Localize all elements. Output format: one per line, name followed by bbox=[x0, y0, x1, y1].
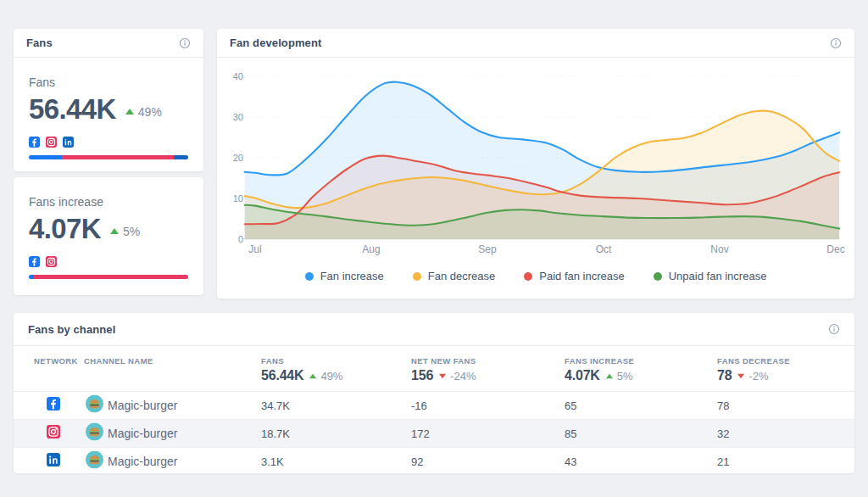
legend-label: Unpaid fan increase bbox=[669, 270, 767, 282]
y-tick-label: 0 bbox=[238, 234, 243, 244]
channel-avatar bbox=[86, 423, 103, 444]
channel-avatar bbox=[86, 451, 103, 472]
summary-net-new-fans: 156-24% bbox=[411, 368, 476, 383]
legend-item-fan-increase[interactable]: Fan increase bbox=[305, 270, 384, 282]
metric-value-row: 56.44K 49% bbox=[29, 92, 188, 126]
linkedin-icon bbox=[47, 453, 60, 470]
table-row-linkedin[interactable]: Magic-burger3.1K924321 bbox=[14, 447, 854, 473]
summary-fans: 56.44K49% bbox=[261, 368, 342, 383]
y-tick-label: 40 bbox=[233, 71, 243, 81]
summary-delta: -24% bbox=[450, 370, 476, 383]
arrow-down-icon bbox=[737, 373, 744, 378]
fans-by-channel-card: Fans by channel NETWORKCHANNEL NAMEFANSN… bbox=[14, 313, 854, 473]
column-header-channel-name[interactable]: CHANNEL NAME bbox=[84, 356, 153, 366]
bar-segment-instagram bbox=[34, 275, 188, 279]
info-icon[interactable] bbox=[179, 37, 191, 49]
column-header-net-new-fans[interactable]: NET NEW FANS bbox=[411, 356, 476, 366]
y-tick-label: 30 bbox=[233, 112, 243, 122]
x-tick-label: Dec bbox=[826, 243, 844, 255]
legend-dot-icon bbox=[413, 272, 421, 281]
table-body: Magic-burger34.7K-166578Magic-burger18.7… bbox=[14, 391, 854, 473]
fans-by-channel-header: Fans by channel bbox=[14, 313, 854, 346]
summary-delta: 5% bbox=[617, 370, 633, 383]
y-tick-label: 20 bbox=[233, 153, 243, 163]
cell-fans: 18.7K bbox=[261, 427, 290, 440]
cell-fans-increase: 85 bbox=[565, 427, 576, 440]
table-row-facebook[interactable]: Magic-burger34.7K-166578 bbox=[14, 391, 854, 419]
arrow-up-icon bbox=[125, 109, 134, 114]
instagram-icon[interactable] bbox=[46, 137, 57, 148]
arrow-up-icon bbox=[606, 373, 613, 378]
x-tick-label: Aug bbox=[362, 243, 380, 255]
cell-fans-decrease: 21 bbox=[717, 455, 729, 468]
cell-fans: 3.1K bbox=[261, 455, 284, 468]
info-icon[interactable] bbox=[828, 323, 840, 335]
metric-label: Fans increase bbox=[29, 194, 188, 210]
fan-development-card: Fan development 010203040JulAugSepOctNov… bbox=[217, 29, 854, 299]
fan-development-title: Fan development bbox=[230, 36, 321, 49]
table-header: NETWORKCHANNEL NAMEFANSNET NEW FANSFANS … bbox=[14, 346, 854, 391]
instagram-icon[interactable] bbox=[46, 256, 57, 267]
summary-value: 4.07K bbox=[565, 368, 600, 383]
facebook-icon[interactable] bbox=[29, 137, 40, 148]
info-icon[interactable] bbox=[830, 37, 842, 49]
y-tick-label: 10 bbox=[233, 193, 243, 204]
summary-value: 156 bbox=[411, 368, 433, 383]
column-header-fans[interactable]: FANS bbox=[261, 356, 284, 366]
fans-card-title: Fans bbox=[26, 36, 53, 49]
legend-label: Paid fan increase bbox=[539, 270, 624, 282]
metric-delta-pct: 49% bbox=[138, 105, 162, 119]
x-tick-label: Jul bbox=[248, 243, 261, 255]
channel-name: Magic-burger bbox=[108, 399, 177, 412]
channel-avatar bbox=[86, 395, 103, 416]
cell-fans-increase: 43 bbox=[565, 455, 576, 468]
facebook-icon bbox=[47, 397, 60, 414]
summary-value: 78 bbox=[717, 368, 732, 383]
bar-segment-linkedin bbox=[174, 155, 188, 159]
network-icons bbox=[29, 256, 188, 267]
legend-label: Fan increase bbox=[320, 270, 384, 282]
chart-legend: Fan increaseFan decreasePaid fan increas… bbox=[217, 270, 854, 282]
fans-increase-metric: Fans increase 4.07K 5% bbox=[14, 194, 203, 279]
legend-item-unpaid-fan-increase[interactable]: Unpaid fan increase bbox=[654, 270, 767, 282]
bar-segment-instagram bbox=[62, 155, 174, 159]
summary-delta: -2% bbox=[748, 370, 768, 383]
column-header-fans-increase[interactable]: FANS INCREASE bbox=[565, 356, 634, 366]
fans-metric: Fans 56.44K 49% bbox=[14, 75, 203, 159]
channel-name: Magic-burger bbox=[108, 455, 177, 468]
cell-fans-decrease: 32 bbox=[717, 427, 729, 440]
fans-card-header: Fans bbox=[14, 29, 203, 58]
table-row-instagram[interactable]: Magic-burger18.7K1728532 bbox=[14, 419, 854, 447]
summary-delta: 49% bbox=[320, 370, 342, 383]
legend-item-fan-decrease[interactable]: Fan decrease bbox=[413, 270, 496, 282]
metric-delta: 49% bbox=[125, 105, 162, 119]
metric-delta: 5% bbox=[110, 225, 140, 238]
fans-card: Fans Fans 56.44K 49% bbox=[14, 29, 203, 171]
distribution-bar bbox=[29, 155, 188, 159]
dashboard-page: Fans Fans 56.44K 49% Fans increase 4.07K bbox=[0, 0, 868, 497]
cell-fans-increase: 65 bbox=[565, 399, 576, 412]
arrow-up-icon bbox=[110, 228, 119, 234]
x-tick-label: Oct bbox=[596, 243, 612, 255]
bar-segment-facebook bbox=[29, 155, 62, 159]
fan-development-chart: 010203040JulAugSepOctNovDec bbox=[217, 58, 854, 270]
cell-net-new-fans: 92 bbox=[411, 455, 423, 468]
summary-fans-decrease: 78-2% bbox=[717, 368, 769, 383]
legend-dot-icon bbox=[654, 272, 662, 281]
cell-fans-decrease: 78 bbox=[717, 399, 729, 412]
linkedin-icon[interactable] bbox=[63, 137, 74, 148]
cell-net-new-fans: 172 bbox=[411, 427, 430, 440]
column-header-network[interactable]: NETWORK bbox=[34, 356, 78, 366]
cell-net-new-fans: -16 bbox=[411, 399, 427, 412]
fans-by-channel-title: Fans by channel bbox=[28, 323, 115, 336]
legend-item-paid-fan-increase[interactable]: Paid fan increase bbox=[524, 270, 624, 282]
legend-dot-icon bbox=[524, 272, 532, 281]
x-tick-label: Sep bbox=[478, 243, 497, 255]
distribution-bar bbox=[29, 275, 188, 279]
arrow-down-icon bbox=[439, 373, 446, 378]
summary-value: 56.44K bbox=[261, 368, 303, 383]
column-header-fans-decrease[interactable]: FANS DECREASE bbox=[717, 356, 790, 366]
metric-delta-pct: 5% bbox=[123, 225, 140, 238]
facebook-icon[interactable] bbox=[29, 256, 40, 267]
metric-label: Fans bbox=[29, 75, 188, 91]
